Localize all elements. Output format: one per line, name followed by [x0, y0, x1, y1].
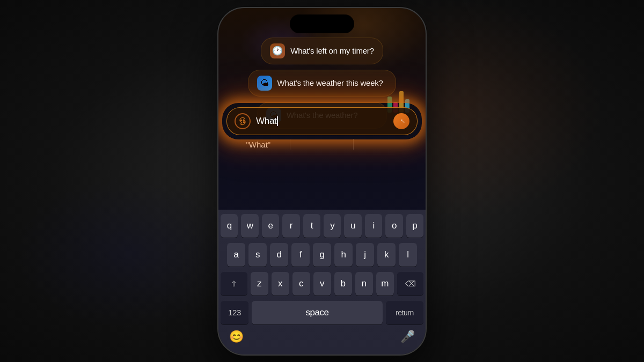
key-w[interactable]: w — [241, 214, 258, 238]
key-123[interactable]: 123 — [221, 301, 248, 324]
key-l[interactable]: l — [399, 243, 417, 267]
keyboard: q w e r t y u i o p a s d f g — [218, 210, 426, 354]
suggestion-weather-week-text: What's the weather this week? — [277, 78, 383, 87]
emoji-button[interactable]: 😊 — [229, 330, 244, 344]
key-k[interactable]: k — [377, 243, 396, 267]
send-arrow-icon: ↑ — [398, 116, 406, 124]
key-space[interactable]: space — [252, 301, 383, 324]
phone-frame: 🕐 What's left on my timer? 🌤 What's the … — [217, 7, 427, 356]
key-return[interactable]: return — [386, 301, 423, 324]
text-cursor — [277, 116, 278, 126]
key-a[interactable]: a — [227, 243, 245, 267]
key-g[interactable]: g — [313, 243, 331, 267]
phone-screen: 🕐 What's left on my timer? 🌤 What's the … — [218, 8, 426, 354]
key-t[interactable]: t — [303, 214, 320, 238]
key-q[interactable]: q — [221, 214, 238, 238]
keyboard-row-3: ⇧ z x c v b n m ⌫ — [221, 272, 423, 295]
siri-logo — [235, 113, 251, 129]
key-m[interactable]: m — [376, 272, 394, 295]
keyboard-row-4: 123 space return — [221, 301, 423, 324]
page-background: 🕐 What's left on my timer? 🌤 What's the … — [0, 0, 644, 362]
key-d[interactable]: d — [270, 243, 288, 267]
siri-input-container: What ↑ — [226, 107, 418, 135]
suggestion-weather-week[interactable]: 🌤 What's the weather this week? — [248, 70, 397, 97]
key-n[interactable]: n — [355, 272, 373, 295]
key-h[interactable]: h — [334, 243, 353, 267]
key-j[interactable]: j — [356, 243, 374, 267]
keyboard-row-2: a s d f g h j k l — [221, 243, 423, 267]
keyboard-row-1: q w e r t y u i o p — [221, 214, 423, 238]
suggestion-timer[interactable]: 🕐 What's left on my timer? — [261, 38, 383, 64]
svg-point-0 — [240, 119, 242, 121]
key-x[interactable]: x — [272, 272, 289, 295]
siri-input-bar[interactable]: What ↑ — [226, 107, 418, 135]
key-i[interactable]: i — [365, 214, 382, 238]
key-s[interactable]: s — [248, 243, 267, 267]
svg-point-1 — [243, 121, 245, 123]
suggestion-timer-text: What's left on my timer? — [290, 46, 374, 55]
key-b[interactable]: b — [334, 272, 352, 295]
dynamic-island — [290, 14, 354, 33]
key-y[interactable]: y — [324, 214, 341, 238]
siri-send-button[interactable]: ↑ — [393, 113, 409, 129]
key-u[interactable]: u — [344, 214, 361, 238]
key-p[interactable]: p — [406, 214, 423, 238]
siri-input-text[interactable]: What — [256, 116, 388, 127]
keyboard-bottom-bar: 😊 🎤 — [221, 330, 423, 344]
key-e[interactable]: e — [262, 214, 279, 238]
key-f[interactable]: f — [291, 243, 310, 267]
microphone-button[interactable]: 🎤 — [400, 330, 415, 344]
key-r[interactable]: r — [282, 214, 299, 238]
key-shift[interactable]: ⇧ — [221, 272, 247, 295]
key-delete[interactable]: ⌫ — [397, 272, 424, 295]
key-v[interactable]: v — [313, 272, 331, 295]
key-z[interactable]: z — [251, 272, 268, 295]
clock-icon: 🕐 — [270, 43, 285, 58]
weather-week-icon: 🌤 — [257, 76, 272, 91]
key-o[interactable]: o — [385, 214, 402, 238]
key-c[interactable]: c — [292, 272, 310, 295]
